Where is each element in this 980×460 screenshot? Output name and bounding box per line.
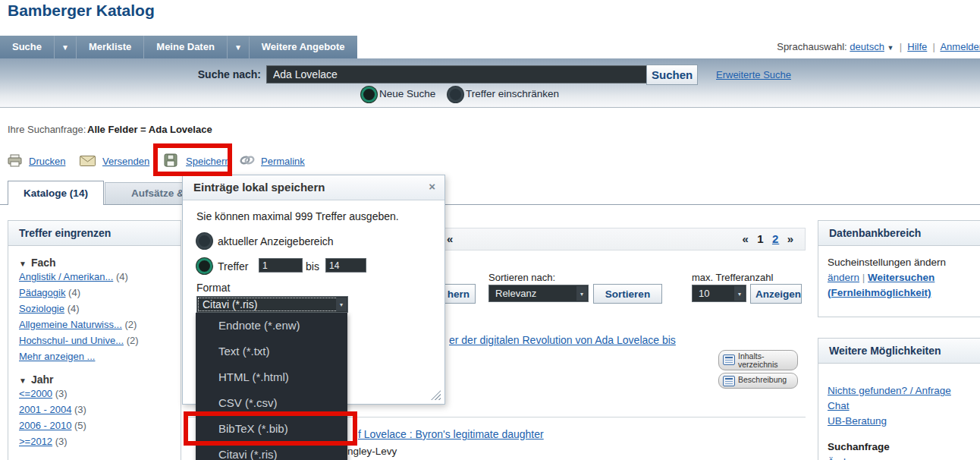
pagination-page-2-link[interactable]: 2 [772,232,779,245]
tab-kataloge-label: Kataloge (14) [24,187,88,199]
nothing-found-link[interactable]: Nichts gefunden? / Anfrage [828,385,951,396]
change-link[interactable]: ändern [828,272,859,283]
resize-handle-icon[interactable] [431,390,441,400]
print-link[interactable]: Drucken [29,156,65,167]
more-options-panel: Weitere Möglichkeiten Nichts gefunden? /… [818,338,980,460]
send-link[interactable]: Versenden [102,156,149,167]
format-label: Format [196,282,230,294]
pagination: « 1 2 » [743,232,794,245]
max-results-label: max. Trefferanzahl [692,272,773,283]
database-panel-title: Datenbankbereich [818,221,980,246]
range-separator-label: bis [306,260,319,273]
search-submit-button[interactable]: Suchen [646,65,698,85]
radio-custom-range[interactable] [196,258,212,274]
facet-count: (5) [74,420,86,431]
facet-link[interactable]: 2006 - 2010 [19,420,71,431]
result-title-link[interactable]: f Lovelace : Byron's legitimate daughter [358,428,544,440]
facet-item: Soziologie (4) [19,301,181,317]
save-dialog-title: Einträge lokal speichern [193,181,325,194]
facet-link[interactable]: Allgemeine Naturwiss... [19,319,122,330]
ub-beratung-link[interactable]: UB-Beratung [828,415,887,427]
close-icon[interactable]: × [429,180,435,193]
facet-group-fach[interactable]: ▼Fach [19,257,181,269]
annotation-box-speichern [153,143,232,176]
description-button[interactable]: Beschreibung [718,373,798,389]
printer-icon[interactable] [8,154,22,167]
facet-count: (4) [116,271,128,282]
nav-item-merkliste[interactable]: Merkliste [77,36,144,58]
radio-current-range[interactable] [196,233,212,249]
facet-item: Mehr anzeigen ... [19,348,181,364]
facet-link[interactable]: <=2000 [19,388,52,399]
permalink-icon[interactable] [240,154,255,166]
facet-link[interactable]: Anglistik / Amerikan... [19,271,113,282]
nav-item-suche[interactable]: Suche [0,36,55,58]
facet-count: (3) [74,404,86,415]
nav-item-weitere-angebote[interactable]: Weitere Angebote [250,36,357,58]
chevron-down-icon[interactable]: ▼ [887,44,894,52]
facet-group-jahr-label: Jahr [31,373,54,386]
format-select[interactable]: Citavi (*.ris) ▾ [196,296,348,313]
database-panel-text: Sucheinstellungen ändern [828,255,979,270]
radio-current-range-label: aktueller Anzeigebereich [218,235,334,247]
sort-select[interactable]: Relevanz ▾ [488,285,589,302]
facet-more-link[interactable]: Mehr anzeigen ... [19,351,95,362]
sort-button[interactable]: Sortieren [593,284,662,304]
toc-button[interactable]: Inhalts- verzeichnis [718,350,798,370]
collapse-icon[interactable]: ▼ [19,260,27,268]
range-from-input[interactable] [259,258,303,273]
tab-kataloge[interactable]: Kataloge (14) [8,181,104,205]
chevron-down-icon[interactable]: ▼ [55,36,77,59]
query-change-link[interactable]: Ändern [828,456,861,460]
result-title-link[interactable]: er der digitalen Revolution von Ada Love… [449,334,676,346]
nav-item-meine-daten[interactable]: Meine Daten [144,36,228,58]
database-panel: Datenbankbereich Sucheinstellungen änder… [818,220,980,317]
facet-count: (4) [68,303,80,314]
chevron-down-icon[interactable]: ▼ [228,36,250,59]
toc-button-label: Inhalts- verzeichnis [738,351,778,369]
search-input[interactable] [266,65,649,83]
mail-icon[interactable] [80,156,96,166]
max-results-select[interactable]: 10 ▾ [692,285,746,302]
annotation-box-bibtex [184,411,357,446]
main-nav: Suche▼MerklisteMeine Daten▼Weitere Angeb… [0,36,357,58]
facet-item: Hochschul- und Unive... (2) [19,332,181,348]
facet-count: (3) [55,436,68,447]
collapse-icon[interactable]: ▼ [19,377,27,385]
help-link[interactable]: Hilfe [907,41,927,52]
format-option-text[interactable]: Text (*.txt) [196,339,347,364]
pagination-prev[interactable]: « [743,232,749,245]
toc-icon [723,354,735,365]
separator: | [933,41,935,52]
format-option-endnote[interactable]: Endnote (*.enw) [196,313,347,339]
facet-count: (4) [68,287,80,298]
facet-link[interactable]: >=2012 [19,436,52,447]
facet-count: (3) [55,388,68,399]
facet-count: (2) [127,335,139,346]
show-button[interactable]: Anzeigen [750,284,802,304]
radio-new-search-label: Neue Suche [379,88,435,99]
facet-link[interactable]: 2001 - 2004 [19,404,71,415]
chat-link[interactable]: Chat [828,400,850,411]
description-button-label: Beschreibung [738,375,787,384]
query-section-title: Suchanfrage [828,440,979,455]
radio-new-search[interactable] [361,87,377,102]
facet-group-jahr[interactable]: ▼Jahr [19,373,181,386]
radio-narrow-search[interactable] [448,87,463,102]
sort-select-value: Relevanz [495,288,536,299]
radio-narrow-search-label: Treffer einschränken [466,88,559,99]
facet-item: <=2000 (3) [19,386,181,402]
login-link[interactable]: Anmelden [940,41,980,52]
language-link[interactable]: deutsch [850,41,884,52]
pagination-next[interactable]: » [787,232,794,245]
facet-panel-title: Treffer eingrenzen [8,221,181,246]
chevron-down-icon: ▾ [734,286,745,301]
facet-link[interactable]: Hochschul- und Unive... [19,335,124,346]
facet-link[interactable]: Soziologie [19,303,64,314]
facet-link[interactable]: Pädagogik [19,287,65,298]
permalink-link[interactable]: Permalink [261,156,305,167]
advanced-search-link[interactable]: Erweiterte Suche [716,69,791,80]
facet-item: Anglistik / Amerikan... (4) [19,269,181,285]
range-to-input[interactable] [325,258,366,273]
format-option-html[interactable]: HTML (*.html) [196,364,347,390]
